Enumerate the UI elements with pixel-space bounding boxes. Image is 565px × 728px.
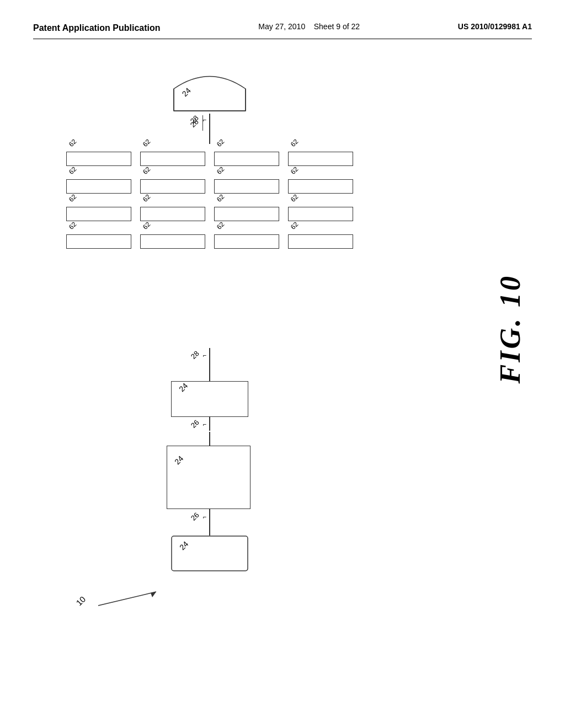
label-62: 62 — [67, 221, 78, 231]
v-line-28-mid — [209, 366, 210, 381]
grid-cell: 62 — [66, 170, 131, 194]
grid-row-3: 62 62 62 62 — [66, 198, 353, 221]
svg-line-4 — [98, 592, 156, 606]
label-62: 62 — [215, 221, 226, 231]
label-62: 62 — [215, 193, 226, 204]
diagram-content: FIG. 10 24 28 28 ⌐ — [33, 50, 532, 690]
cell-rect — [66, 152, 131, 166]
patent-page: Patent Application Publication May 27, 2… — [0, 0, 565, 728]
mid-block-24: 24 — [171, 381, 248, 417]
label-62: 62 — [141, 165, 152, 176]
figure-label: FIG. 10 — [494, 274, 526, 383]
cell-rect — [140, 207, 205, 221]
cell-rect — [214, 152, 279, 166]
label-lower-24: 24 — [173, 454, 185, 466]
grid-cell: 62 — [66, 226, 131, 249]
cell-rect — [66, 179, 131, 194]
top-block-svg — [171, 61, 248, 114]
patent-number: US 2010/0129981 A1 — [458, 22, 532, 31]
label-62: 62 — [289, 165, 300, 176]
label-62: 62 — [215, 165, 226, 176]
v-line-26-lower — [209, 432, 210, 446]
label-62: 62 — [141, 193, 152, 204]
label-62: 62 — [289, 138, 300, 148]
grid-section: 62 62 62 62 62 — [66, 143, 353, 253]
cell-rect — [66, 207, 131, 221]
cell-rect — [214, 207, 279, 221]
cell-rect — [288, 152, 353, 166]
page-header: Patent Application Publication May 27, 2… — [33, 22, 532, 39]
connector-26-2: 26 ⌐ — [191, 511, 206, 521]
label-28-text: 28 — [189, 114, 200, 125]
top-element-24: 24 — [171, 61, 248, 116]
grid-cell: 62 — [140, 198, 205, 221]
grid-cell: 62 — [288, 170, 353, 194]
v-line-grid-bot — [209, 348, 210, 366]
v-line-mid-26 — [209, 417, 210, 431]
label-62: 62 — [67, 138, 78, 148]
connector-26-1: 26 ⌐ — [191, 419, 206, 429]
grid-cell: 62 — [288, 143, 353, 166]
sheet-number: Sheet 9 of 22 — [314, 22, 360, 31]
cell-rect — [288, 234, 353, 249]
cell-rect — [140, 152, 205, 166]
grid-row-4: 62 62 62 62 — [66, 226, 353, 249]
grid-cell: 62 — [214, 143, 279, 166]
grid-cell: 62 — [214, 198, 279, 221]
v-line-26-bottom — [209, 524, 210, 536]
grid-cell: 62 — [288, 198, 353, 221]
sheet-info: May 27, 2010 Sheet 9 of 22 — [258, 22, 360, 31]
label-62: 62 — [215, 138, 226, 148]
grid-cell: 62 — [140, 226, 205, 249]
arrow-svg — [76, 586, 175, 608]
label-28-top-area: 28 ⌐ — [190, 114, 206, 124]
reference-arrow-10: 10 — [76, 586, 175, 611]
cell-rect — [214, 179, 279, 194]
label-28-bot: 28 — [189, 349, 201, 361]
grid-cell: 62 — [214, 226, 279, 249]
label-mid-24: 24 — [177, 381, 189, 393]
label-62: 62 — [67, 193, 78, 204]
grid-row-2: 62 62 62 62 — [66, 170, 353, 194]
cell-rect — [140, 179, 205, 194]
grid-cell: 62 — [66, 198, 131, 221]
label-62: 62 — [289, 193, 300, 204]
label-26-2: 26 — [189, 511, 201, 522]
grid-cell: 62 — [288, 226, 353, 249]
label-62: 62 — [67, 165, 78, 176]
lower-block-24: 24 — [167, 446, 250, 509]
cell-rect — [288, 179, 353, 194]
grid-row-1: 62 62 62 62 — [66, 143, 353, 166]
v-line-lower-26 — [209, 509, 210, 524]
cell-rect — [66, 234, 131, 249]
grid-cell: 62 — [66, 143, 131, 166]
mid-rect-24: 24 — [171, 381, 248, 417]
connector-28-bot: 28 ⌐ — [191, 350, 206, 360]
lower-rect-24: 24 — [167, 446, 250, 509]
label-62: 62 — [141, 138, 152, 148]
label-62: 62 — [141, 221, 152, 231]
cell-rect — [288, 207, 353, 221]
date: May 27, 2010 — [258, 22, 305, 31]
publication-title: Patent Application Publication — [33, 22, 161, 34]
grid-cell: 62 — [140, 170, 205, 194]
label-62: 62 — [289, 221, 300, 231]
bottom-block-24: 24 — [171, 536, 248, 574]
label-26-1: 26 — [189, 418, 201, 430]
grid-cell: 62 — [140, 143, 205, 166]
cell-rect — [140, 234, 205, 249]
v-line-top — [209, 114, 210, 144]
grid-cell: 62 — [214, 170, 279, 194]
cell-rect — [214, 234, 279, 249]
